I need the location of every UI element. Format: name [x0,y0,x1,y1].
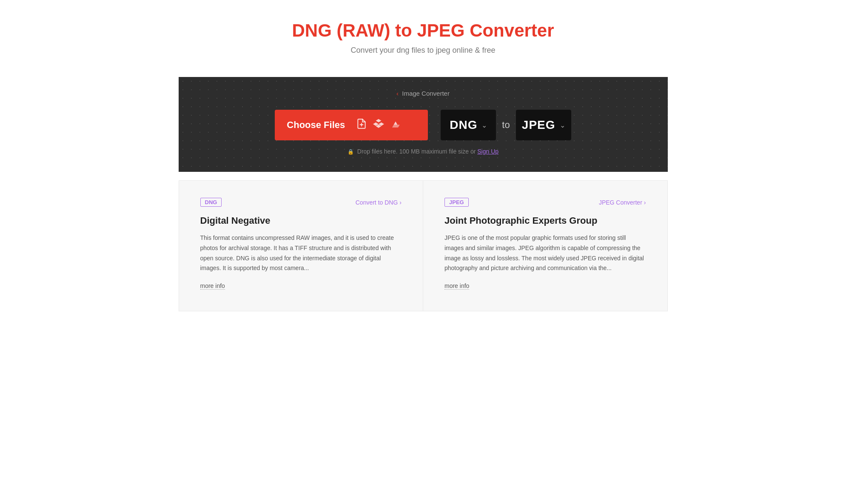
page-header: DNG (RAW) to JPEG Converter Convert your… [0,0,846,68]
format-to-label: to [502,120,510,131]
converter-box: ‹ Image Converter Choose Files [179,77,668,172]
dng-format-tag: DNG [200,198,222,207]
dng-more-info-link[interactable]: more info [200,282,225,290]
breadcrumb: ‹ Image Converter [204,90,642,97]
google-drive-icon[interactable] [390,118,401,132]
convert-to-dng-arrow-icon: › [399,199,402,206]
convert-to-dng-link[interactable]: Convert to DNG › [356,199,402,206]
from-format-selector[interactable]: DNG ⌄ [441,110,496,140]
dng-card-description: This format contains uncompressed RAW im… [200,233,402,273]
breadcrumb-label: Image Converter [402,90,450,97]
jpeg-converter-arrow-icon: › [644,199,646,206]
signup-link[interactable]: Sign Up [477,148,498,155]
jpeg-card-description: JPEG is one of the most popular graphic … [444,233,646,273]
convert-to-dng-label: Convert to DNG [356,199,398,206]
page-subtitle: Convert your dng files to jpeg online & … [9,46,837,55]
chevron-left-icon: ‹ [396,90,399,97]
to-format-text: JPEG [522,118,555,132]
page-title: DNG (RAW) to JPEG Converter [9,20,837,41]
jpeg-format-tag: JPEG [444,198,469,207]
drop-info-text: Drop files here. 100 MB maximum file siz… [357,148,476,155]
lock-icon: 🔒 [348,149,354,155]
from-format-text: DNG [450,118,477,132]
format-selector: DNG ⌄ to JPEG ⌄ [441,110,571,140]
info-cards: DNG Convert to DNG › Digital Negative Th… [179,180,668,311]
file-source-icons [356,118,401,132]
dng-card-title: Digital Negative [200,215,402,226]
jpeg-card-title: Joint Photographic Experts Group [444,215,646,226]
from-format-chevron-icon: ⌄ [481,121,487,129]
drop-info: 🔒 Drop files here. 100 MB maximum file s… [204,148,642,155]
dng-card-header: DNG Convert to DNG › [200,198,402,207]
jpeg-converter-link[interactable]: JPEG Converter › [599,199,646,206]
jpeg-converter-label: JPEG Converter [599,199,642,206]
choose-files-label: Choose Files [287,120,345,131]
converter-controls: Choose Files [204,110,642,140]
jpeg-more-info-link[interactable]: more info [444,282,469,290]
dng-info-card: DNG Convert to DNG › Digital Negative Th… [179,180,424,311]
to-format-chevron-icon: ⌄ [560,121,565,129]
jpeg-info-card: JPEG JPEG Converter › Joint Photographic… [423,180,668,311]
to-format-selector[interactable]: JPEG ⌄ [516,110,571,140]
jpeg-card-header: JPEG JPEG Converter › [444,198,646,207]
dropbox-icon[interactable] [373,118,384,132]
file-browse-icon [356,118,367,132]
choose-files-button[interactable]: Choose Files [275,110,428,140]
